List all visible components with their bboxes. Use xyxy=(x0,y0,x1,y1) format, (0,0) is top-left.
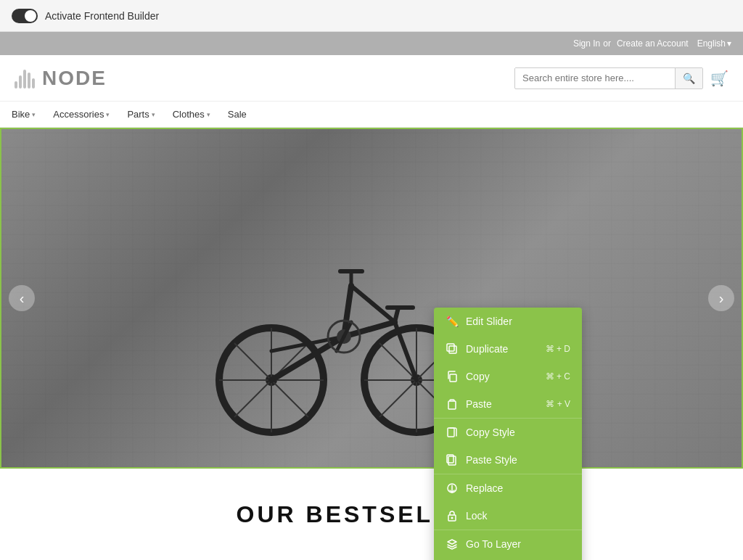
chevron-down-icon: ▾ xyxy=(32,111,36,118)
menu-item-copy[interactable]: Copy ⌘ + C xyxy=(434,363,582,390)
chevron-left-icon: ‹ xyxy=(20,290,25,307)
bar2 xyxy=(19,75,22,88)
search-area: 🔍 🛒 xyxy=(514,67,728,89)
nav-label-sale: Sale xyxy=(228,109,247,120)
search-box: 🔍 xyxy=(514,67,703,89)
nav-label-bike: Bike xyxy=(12,109,30,120)
sign-in-link[interactable]: Sign In xyxy=(573,38,600,49)
bar3 xyxy=(23,70,26,88)
secondary-nav: Sign In or Create an Account English ▾ xyxy=(0,32,743,55)
site-nav: Bike ▾ Accessories ▾ Parts ▾ Clothes ▾ S… xyxy=(0,102,743,128)
admin-bar: Activate Frontend Builder xyxy=(0,0,743,32)
menu-item-replace[interactable]: Replace xyxy=(434,474,582,502)
copy-style-icon xyxy=(446,426,459,439)
menu-item-go-to-layer[interactable]: Go To Layer xyxy=(434,530,582,558)
go-to-layer-icon xyxy=(446,538,459,551)
svg-rect-37 xyxy=(450,374,456,382)
svg-rect-36 xyxy=(447,344,454,351)
lock-icon xyxy=(446,509,459,522)
menu-item-lock[interactable]: Lock xyxy=(434,502,582,530)
carousel-prev-button[interactable]: ‹ xyxy=(9,285,35,311)
menu-label-copy: Copy xyxy=(466,371,490,382)
svg-point-44 xyxy=(451,517,453,519)
nav-label-clothes: Clothes xyxy=(173,109,205,120)
admin-bar-title: Activate Frontend Builder xyxy=(45,10,159,22)
bestsellers-section: OUR BESTSELLERS xyxy=(0,469,743,560)
menu-label-edit-slider: Edit Slider xyxy=(466,316,512,327)
logo-bars-icon xyxy=(15,68,35,88)
menu-label-lock: Lock xyxy=(466,510,488,522)
nav-item-parts[interactable]: Parts ▾ xyxy=(127,109,155,120)
menu-label-go-to-layer: Go To Layer xyxy=(466,538,521,550)
menu-label-paste: Paste xyxy=(466,398,492,410)
carousel-next-button[interactable]: › xyxy=(708,285,734,311)
svg-line-6 xyxy=(234,343,271,380)
chevron-down-icon: ▾ xyxy=(152,111,155,118)
shortcut-paste: ⌘ + V xyxy=(546,399,570,409)
edit-icon: ✏️ xyxy=(446,315,459,328)
create-account-link[interactable]: Create an Account xyxy=(617,38,689,49)
language-selector[interactable]: English ▾ xyxy=(697,38,731,49)
or-separator: or xyxy=(603,38,611,49)
shortcut-copy: ⌘ + C xyxy=(546,371,570,382)
cart-icon[interactable]: 🛒 xyxy=(710,70,728,87)
replace-icon xyxy=(446,482,459,495)
chevron-down-icon: ▾ xyxy=(207,111,210,118)
menu-label-copy-style: Copy Style xyxy=(466,427,515,438)
paste-icon xyxy=(446,398,459,411)
paste-style-icon xyxy=(446,453,459,466)
copy-icon xyxy=(446,370,459,383)
logo-text: NODE xyxy=(42,67,107,90)
nav-label-parts: Parts xyxy=(127,109,149,120)
menu-item-paste[interactable]: Paste ⌘ + V xyxy=(434,390,582,418)
menu-item-duplicate[interactable]: Duplicate ⌘ + D xyxy=(434,335,582,363)
menu-item-copy-style[interactable]: Copy Style xyxy=(434,419,582,446)
svg-line-25 xyxy=(351,286,395,322)
svg-rect-38 xyxy=(448,401,456,409)
nav-item-sale[interactable]: Sale xyxy=(228,109,247,120)
menu-label-paste-style: Paste Style xyxy=(466,454,517,466)
menu-item-paste-style[interactable]: Paste Style xyxy=(434,446,582,474)
nav-item-clothes[interactable]: Clothes ▾ xyxy=(173,109,210,120)
nav-label-accessories: Accessories xyxy=(53,109,104,120)
chevron-down-icon: ▾ xyxy=(106,111,110,118)
svg-line-18 xyxy=(379,380,416,417)
chevron-down-icon: ▾ xyxy=(727,38,731,49)
hero-slider: ‹ › xyxy=(0,128,743,469)
menu-label-duplicate: Duplicate xyxy=(466,343,508,355)
bar5 xyxy=(32,78,35,88)
svg-line-8 xyxy=(234,380,271,417)
bar4 xyxy=(28,73,30,88)
context-menu: ✏️ Edit Slider Duplicate ⌘ + D xyxy=(434,308,582,560)
bar1 xyxy=(15,81,17,88)
svg-rect-40 xyxy=(448,456,456,465)
main-content: ‹ › OUR BESTSELLERS ✏️ Edit Slider xyxy=(0,128,743,560)
activate-toggle[interactable] xyxy=(12,9,38,23)
logo-area: NODE xyxy=(15,67,107,90)
duplicate-icon xyxy=(446,342,459,355)
chevron-right-icon: › xyxy=(719,290,724,307)
site-header: NODE 🔍 🛒 xyxy=(0,55,743,102)
svg-rect-35 xyxy=(449,346,456,353)
search-input[interactable] xyxy=(515,68,675,88)
nav-item-bike[interactable]: Bike ▾ xyxy=(12,109,36,120)
menu-label-replace: Replace xyxy=(466,482,503,494)
svg-rect-39 xyxy=(448,428,454,437)
menu-item-edit-slider[interactable]: ✏️ Edit Slider xyxy=(434,308,582,335)
shortcut-duplicate: ⌘ + D xyxy=(546,344,570,354)
nav-item-accessories[interactable]: Accessories ▾ xyxy=(53,109,110,120)
svg-line-7 xyxy=(271,380,308,417)
search-button[interactable]: 🔍 xyxy=(675,68,702,88)
toggle-knob xyxy=(25,10,36,22)
